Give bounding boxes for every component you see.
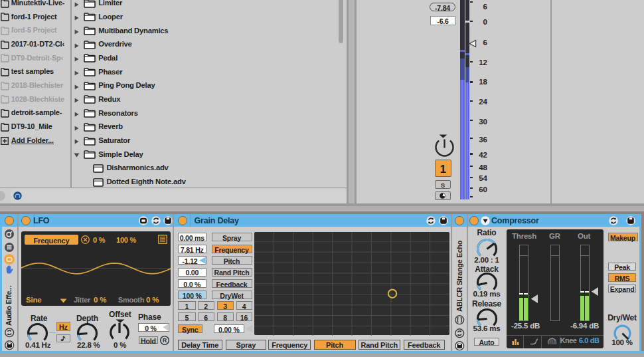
- svg-text:R: R: [163, 338, 167, 344]
